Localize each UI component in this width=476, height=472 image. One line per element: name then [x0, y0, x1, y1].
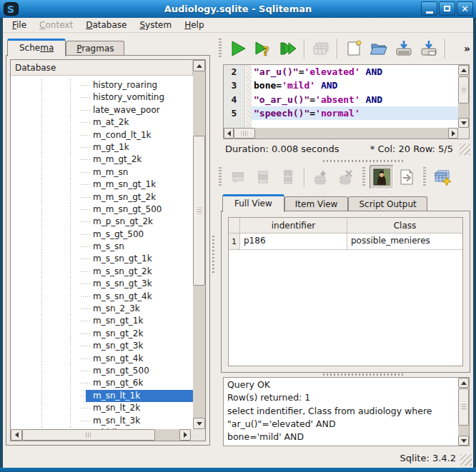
blob-preview-button[interactable] — [370, 165, 394, 189]
scroll-right-button[interactable] — [448, 128, 458, 139]
tree-item-m_sn_gt_4k[interactable]: m_sn_gt_4k — [11, 353, 193, 365]
menu-context[interactable]: Context — [33, 18, 79, 32]
duplicate-row-button[interactable] — [251, 165, 275, 189]
column-header-indentifier[interactable]: indentifier — [240, 218, 347, 234]
tree-item-m_sn_gt_2k[interactable]: m_sn_gt_2k — [11, 328, 193, 340]
toolbar-handle[interactable] — [218, 167, 223, 187]
log-splitter[interactable] — [323, 373, 405, 376]
tab-script-output[interactable]: Script Output — [348, 196, 427, 212]
scroll-thumb[interactable] — [458, 388, 469, 426]
maximize-button[interactable] — [439, 1, 455, 16]
tab-pragmas[interactable]: Pragmas — [66, 41, 124, 56]
tree-item-m_s_sn_gt_3k[interactable]: m_s_sn_gt_3k — [11, 278, 193, 290]
editor-horizontal-scrollbar[interactable] — [224, 128, 458, 139]
save-as-button[interactable] — [417, 36, 441, 61]
tree-item-m_m_sn[interactable]: m_m_sn — [11, 166, 193, 179]
scroll-thumb[interactable] — [234, 128, 255, 139]
tree-item-m_m_sn_gt_1k[interactable]: m_m_sn_gt_1k — [11, 179, 193, 191]
code-line-5[interactable]: "speech()"='normal' — [252, 106, 458, 120]
save-button[interactable] — [392, 36, 416, 61]
tree-item-m_m_sn_gt_500[interactable]: m_m_sn_gt_500 — [11, 204, 193, 216]
scroll-right-button[interactable] — [179, 429, 191, 441]
tree-item-history_vomiting[interactable]: history_vomiting — [11, 91, 193, 104]
tree-item-m_sn_gt_6k[interactable]: m_sn_gt_6k — [11, 377, 193, 389]
tree-item-m_sn_lt_1k[interactable]: m_sn_lt_1k — [11, 390, 193, 402]
toolbar-handle[interactable] — [218, 39, 223, 59]
tree-item-m_at_2k[interactable]: m_at_2k — [11, 116, 193, 129]
tree-item-m_m_sn_gt_2k[interactable]: m_m_sn_gt_2k — [11, 191, 193, 204]
toolbar-handle[interactable] — [422, 167, 427, 187]
explain-sql-button[interactable]: ? — [251, 36, 275, 61]
tree-item-m_sn_lt_2k[interactable]: m_sn_lt_2k — [11, 402, 193, 414]
rollback-button[interactable] — [334, 165, 358, 189]
log-output[interactable]: Query OKRow(s) returned: 1select indenti… — [223, 377, 470, 446]
create-view-button[interactable] — [430, 165, 455, 189]
tree-item-m_p_sn_gt_2k[interactable]: m_p_sn_gt_2k — [11, 216, 193, 228]
tree-vertical-scrollbar[interactable] — [193, 60, 205, 429]
tree-item-m_sn_lt_3k[interactable]: m_sn_lt_3k — [11, 415, 193, 427]
code-line-3[interactable]: bone='mild' AND — [252, 79, 458, 92]
scroll-left-button[interactable] — [11, 429, 22, 441]
scroll-down-button[interactable] — [193, 418, 205, 429]
scroll-up-button[interactable] — [193, 60, 205, 71]
scroll-thumb[interactable] — [458, 76, 469, 104]
tree-item-m_sn_gt_1k[interactable]: m_sn_gt_1k — [11, 315, 193, 327]
tree-item-history_roaring[interactable]: history_roaring — [11, 79, 193, 91]
tree-item-m_cond_lt_1k[interactable]: m_cond_lt_1k — [11, 129, 193, 141]
toolbar-handle[interactable] — [362, 167, 367, 187]
column-header-class[interactable]: Class — [347, 218, 462, 234]
menu-file[interactable]: File — [6, 18, 33, 32]
tree-item-m_s_sn[interactable]: m_s_sn — [11, 241, 193, 253]
tree-item-m_sn_gt_500[interactable]: m_sn_gt_500 — [11, 365, 193, 377]
code-line-2[interactable]: "ar_u()"='elevated' AND — [252, 65, 458, 79]
editor-vertical-scrollbar[interactable] — [458, 65, 469, 128]
scroll-down-button[interactable] — [458, 436, 469, 446]
tree-item-m_s_sn_gt_1k[interactable]: m_s_sn_gt_1k — [11, 253, 193, 265]
code-area[interactable]: "ar_u()"='elevated' ANDbone='mild' AND"o… — [252, 65, 458, 128]
export-data-button[interactable] — [395, 165, 419, 189]
table-cell[interactable]: p186 — [240, 234, 347, 250]
tree-item-m_sn_gt_3k[interactable]: m_sn_gt_3k — [11, 340, 193, 352]
sql-editor[interactable]: 2345 "ar_u()"='elevated' ANDbone='mild' … — [223, 64, 470, 139]
add-row-button[interactable] — [226, 165, 250, 189]
menu-database[interactable]: Database — [79, 18, 133, 32]
tree-item-m_s_sn_gt_2k[interactable]: m_s_sn_gt_2k — [11, 266, 193, 278]
commit-button[interactable] — [309, 165, 333, 189]
tree-horizontal-scrollbar[interactable] — [11, 429, 191, 441]
tree-item-m_gt_1k[interactable]: m_gt_1k — [11, 141, 193, 154]
toolbar-overflow-chevron[interactable]: » — [464, 43, 472, 54]
tree-item-late_wave_poor[interactable]: late_wave_poor — [11, 104, 193, 116]
tree-item-m_s_sn_gt_4k[interactable]: m_s_sn_gt_4k — [11, 291, 193, 303]
tree-header[interactable]: Database — [11, 60, 193, 76]
resize-grip-icon[interactable] — [460, 454, 472, 466]
code-line-4[interactable]: "o_ar_u()"='absent' AND — [252, 93, 458, 106]
tree-item-m_sn_2_3k[interactable]: m_sn_2_3k — [11, 303, 193, 315]
tree-item-m_m_gt_2k[interactable]: m_m_gt_2k — [11, 154, 193, 166]
header-corner[interactable] — [229, 218, 240, 234]
scroll-thumb[interactable] — [22, 429, 155, 441]
scroll-up-button[interactable] — [458, 378, 469, 388]
run-sql-button[interactable] — [226, 36, 250, 61]
close-button[interactable]: ✕ — [457, 1, 473, 16]
scroll-up-button[interactable] — [458, 65, 469, 75]
new-file-button[interactable] — [342, 36, 366, 61]
tab-full-view[interactable]: Full View — [222, 194, 284, 212]
scroll-left-button[interactable] — [224, 128, 234, 139]
log-vertical-scrollbar[interactable] — [458, 378, 469, 446]
scroll-down-button[interactable] — [458, 118, 469, 128]
minimize-button[interactable] — [421, 1, 437, 16]
tab-schema[interactable]: Schema — [7, 39, 66, 56]
scroll-thumb[interactable] — [193, 136, 205, 286]
table-cell[interactable]: possible_menieres — [347, 234, 462, 250]
title-bar[interactable]: S Audiology.sqlite - Sqliteman ✕ — [0, 0, 476, 18]
row-number[interactable]: 1 — [229, 234, 240, 250]
run-all-button[interactable] — [276, 36, 300, 61]
table-view-button[interactable] — [309, 36, 333, 61]
menu-help[interactable]: Help — [178, 18, 210, 32]
remove-row-button[interactable] — [276, 165, 300, 189]
tab-item-view[interactable]: Item View — [284, 196, 349, 212]
tree-item-m_s_gt_500[interactable]: m_s_gt_500 — [11, 229, 193, 241]
menu-system[interactable]: System — [133, 18, 178, 32]
open-file-button[interactable] — [367, 36, 391, 61]
size-grip[interactable] — [460, 144, 470, 155]
